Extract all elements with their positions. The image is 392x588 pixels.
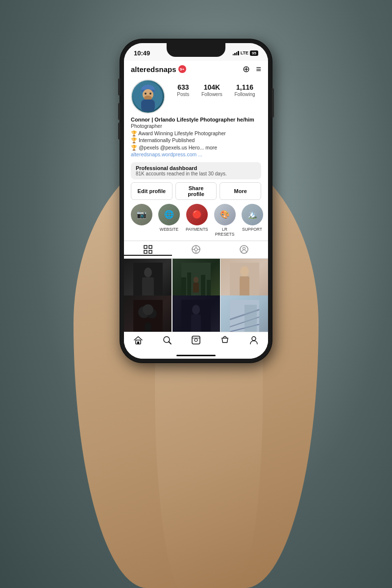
svg-point-6 bbox=[149, 93, 151, 95]
svg-rect-8 bbox=[144, 245, 147, 248]
svg-rect-41 bbox=[191, 315, 201, 332]
tab-reels[interactable] bbox=[172, 244, 220, 255]
tab-bar bbox=[124, 241, 268, 259]
following-label: Following bbox=[234, 92, 255, 97]
tag-icon bbox=[240, 245, 248, 254]
posts-stat[interactable]: 633 Posts bbox=[177, 83, 189, 97]
avatar bbox=[131, 79, 165, 114]
professional-dashboard[interactable]: Professional dashboard 81K accounts reac… bbox=[131, 162, 261, 179]
highlight-circle-payments: 🔴 bbox=[186, 204, 208, 225]
menu-icon[interactable]: ≡ bbox=[256, 64, 261, 74]
action-buttons: Edit profile Share profile More bbox=[124, 182, 268, 204]
highlight-circle-support: 🏔️ bbox=[242, 204, 263, 225]
nav-home[interactable] bbox=[124, 335, 153, 345]
share-profile-button[interactable]: Share profile bbox=[175, 182, 217, 200]
notch bbox=[167, 43, 225, 57]
svg-point-13 bbox=[195, 248, 197, 251]
svg-rect-29 bbox=[193, 283, 199, 293]
bio-link[interactable]: alteredsnaps.wordpress.com ... bbox=[131, 151, 261, 157]
svg-point-54 bbox=[252, 337, 256, 341]
following-stat[interactable]: 1,116 Following bbox=[234, 83, 255, 97]
grid-icon bbox=[144, 245, 152, 254]
username: alteredsnaps bbox=[131, 65, 176, 74]
svg-rect-46 bbox=[245, 305, 257, 332]
phone-screen: 10:49 LTE 95 bbox=[124, 43, 268, 359]
svg-line-50 bbox=[169, 342, 172, 344]
nav-profile[interactable] bbox=[239, 335, 268, 345]
followers-label: Followers bbox=[201, 92, 222, 97]
home-icon bbox=[133, 335, 143, 345]
header-icons: ⊕ ≡ bbox=[243, 64, 261, 74]
photo-content-4 bbox=[124, 295, 172, 332]
bio-name: Connor | Orlando Lifestyle Photographer … bbox=[131, 117, 261, 122]
reels-nav-icon bbox=[191, 335, 201, 345]
photo-grid: ⧉ bbox=[124, 259, 268, 332]
profile-icon bbox=[249, 335, 259, 345]
status-time: 10:49 bbox=[134, 49, 150, 57]
bio-line4: 🏆 @pexels @pexels.us Hero... more bbox=[131, 144, 261, 151]
username-row: alteredsnaps 9+ bbox=[131, 65, 186, 74]
pro-subtitle: 81K accounts reached in the last 30 days… bbox=[136, 171, 256, 176]
highlight-circle-lrpresets: 🎨 bbox=[214, 204, 236, 225]
highlight-item-support[interactable]: 🏔️ SUPPORT bbox=[242, 204, 263, 237]
svg-point-37 bbox=[145, 322, 151, 331]
svg-rect-51 bbox=[192, 336, 200, 344]
bio-line1: Photographer bbox=[131, 122, 261, 130]
svg-rect-22 bbox=[142, 277, 154, 297]
avatar-container bbox=[131, 79, 165, 114]
highlight-label-support: SUPPORT bbox=[242, 227, 262, 232]
highlight-label-payments: PAYMENTS bbox=[186, 227, 208, 232]
edit-profile-button[interactable]: Edit profile bbox=[131, 182, 172, 200]
phone: 10:49 LTE 95 bbox=[120, 39, 272, 363]
add-post-icon[interactable]: ⊕ bbox=[243, 64, 250, 74]
nav-search[interactable] bbox=[153, 335, 182, 345]
pro-title: Professional dashboard bbox=[136, 165, 256, 171]
grid-photo-4[interactable] bbox=[124, 295, 172, 332]
highlight-label-website: WEBSITE bbox=[160, 227, 178, 232]
svg-rect-9 bbox=[149, 245, 152, 248]
bio-line3: 🏆 Internationally Published bbox=[131, 137, 261, 144]
highlight-item-website[interactable]: 🌐 WEBSITE bbox=[158, 204, 180, 237]
photo-content-6 bbox=[220, 295, 268, 332]
svg-point-5 bbox=[145, 93, 147, 95]
grid-photo-6[interactable]: ⧉ bbox=[220, 295, 268, 332]
bio-line2: 🏆 Award Winning Lifestyle Photographer bbox=[131, 130, 261, 137]
bottom-nav bbox=[124, 332, 268, 352]
shop-icon bbox=[220, 335, 230, 345]
svg-point-36 bbox=[143, 304, 153, 315]
svg-point-52 bbox=[195, 339, 197, 342]
highlights-row: 📷 🌐 WEBSITE 🔴 bbox=[124, 204, 268, 241]
status-icons: LTE 95 bbox=[233, 50, 258, 56]
svg-point-31 bbox=[240, 266, 249, 277]
posts-label: Posts bbox=[177, 92, 189, 97]
svg-rect-38 bbox=[144, 330, 152, 332]
lte-badge: LTE bbox=[241, 50, 248, 55]
svg-rect-11 bbox=[149, 250, 152, 253]
home-indicator bbox=[176, 355, 216, 356]
notification-badge[interactable]: 9+ bbox=[178, 65, 186, 73]
grid-photo-5[interactable]: ⧉ bbox=[172, 295, 220, 332]
nav-shop[interactable] bbox=[210, 335, 239, 345]
followers-stat[interactable]: 104K Followers bbox=[201, 83, 222, 97]
svg-rect-10 bbox=[144, 250, 147, 253]
search-icon bbox=[162, 335, 172, 345]
svg-point-28 bbox=[194, 277, 198, 283]
highlight-item-camera[interactable]: 📷 bbox=[131, 204, 152, 237]
svg-point-21 bbox=[144, 268, 152, 277]
svg-rect-48 bbox=[137, 342, 139, 344]
more-button[interactable]: More bbox=[220, 182, 261, 200]
svg-rect-7 bbox=[141, 99, 155, 111]
svg-point-40 bbox=[192, 305, 200, 315]
highlight-circle-website: 🌐 bbox=[158, 204, 180, 225]
instagram-content: alteredsnaps 9+ ⊕ ≡ bbox=[124, 61, 268, 359]
highlight-label-lrpresets: LR PRESETS bbox=[214, 227, 236, 237]
following-count: 1,116 bbox=[236, 83, 253, 91]
tab-tagged[interactable] bbox=[220, 244, 268, 255]
highlight-item-payments[interactable]: 🔴 PAYMENTS bbox=[186, 204, 208, 237]
highlight-item-lrpresets[interactable]: 🎨 LR PRESETS bbox=[214, 204, 236, 237]
ig-header: alteredsnaps 9+ ⊕ ≡ bbox=[124, 61, 268, 76]
posts-count: 633 bbox=[177, 83, 189, 91]
nav-reels[interactable] bbox=[182, 335, 211, 345]
profile-section: 633 Posts 104K Followers 1,116 Following bbox=[124, 76, 268, 116]
tab-grid[interactable] bbox=[124, 244, 172, 256]
